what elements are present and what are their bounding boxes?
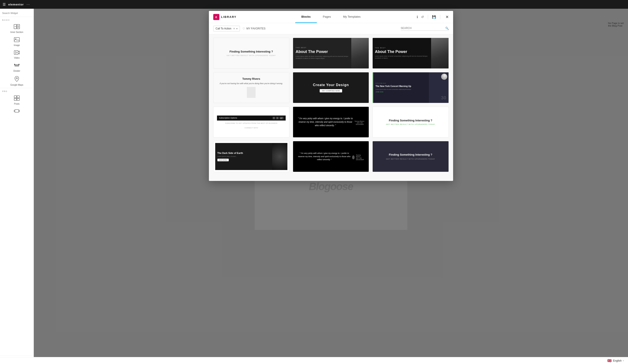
modal-logo: e LIBRARY (213, 14, 236, 20)
svg-rect-18 (14, 98, 16, 100)
connect-with: CONNECT WITH (217, 127, 286, 129)
category-clear-button[interactable]: ✕ (233, 27, 235, 30)
template-quote: " I'm very picky with whom i give my ene… (297, 117, 317, 127)
template-card[interactable]: Create Your Design GET STARTED NOW (293, 72, 317, 103)
template-text: Lorem ipsum dolor sit amet... (217, 155, 270, 158)
templates-grid: Finding Something Interesting ? GET BETT… (213, 38, 318, 172)
svg-rect-14 (18, 64, 19, 65)
template-image (247, 87, 256, 98)
template-card[interactable]: " I'm very picky with whom i give my ene… (293, 141, 317, 172)
template-preview: " I'm very picky with whom i give my ene… (293, 141, 317, 172)
editor-background: ☰ elementor ⋯ BASIC Inner Section Image … (0, 0, 317, 182)
posts-icon (14, 95, 20, 102)
sidebar-item-image[interactable]: Image (0, 35, 34, 48)
modal-overlay: e LIBRARY Blocks Pages My Templates ℹ ↺ … (34, 9, 317, 182)
template-left: THE BEST About The Power Lorem ipsum dol… (293, 38, 317, 69)
tab-pages[interactable]: Pages (317, 11, 317, 23)
template-card[interactable]: Finding Something Interesting ? GET BETT… (213, 38, 289, 69)
search-input[interactable] (2, 12, 31, 14)
template-name: Tommy Rivers (242, 77, 260, 80)
template-card[interactable]: " I'm very picky with whom i give my ene… (293, 107, 317, 138)
google-maps-icon (14, 76, 19, 83)
subscription-bar: Subscription Options f t g+ (217, 116, 286, 121)
template-preview: THE BEST About The Power Lorem ipsum dol… (293, 38, 317, 69)
template-preview: Subscription Options f t g+ SUBSCRIBE TO… (214, 107, 289, 137)
template-card[interactable]: The Dark Side of Earth Lorem ipsum dolor… (213, 141, 289, 172)
template-left: The Dark Side of Earth Lorem ipsum dolor… (215, 143, 272, 170)
template-preview: Finding Something Interesting ? GET BETT… (214, 38, 289, 69)
library-modal: e LIBRARY Blocks Pages My Templates ℹ ↺ … (209, 11, 318, 181)
svg-rect-13 (14, 64, 15, 65)
divider-icon (14, 63, 20, 69)
svg-rect-22 (19, 110, 20, 112)
sidebar: BASIC Inner Section Image Video Divider (0, 9, 34, 182)
sidebar-item-inner-section[interactable]: Inner Section (0, 22, 34, 35)
template-card[interactable]: THE BEST About The Power Lorem ipsum dol… (293, 38, 317, 69)
svg-rect-6 (14, 37, 19, 42)
video-icon (14, 50, 20, 56)
template-card[interactable]: Tommy Rivers If you're not having fun wi… (213, 72, 289, 103)
heart-icon: ♡ (242, 27, 245, 30)
widget-search-area[interactable] (0, 9, 34, 17)
template-card[interactable]: Subscription Options f t g+ SUBSCRIBE TO… (213, 107, 289, 138)
app-logo: elementor (8, 3, 24, 6)
modal-toolbar: Call To Action ✕ ▾ ♡ MY FAVORITES 🔍 (209, 23, 318, 34)
tab-blocks[interactable]: Blocks (295, 11, 317, 23)
sidebar-item-google-maps[interactable]: Google Maps (0, 74, 34, 88)
template-label: THE BEST (296, 47, 317, 48)
sidebar-item-video[interactable]: Video (0, 48, 34, 61)
modal-tabs: Blocks Pages My Templates (245, 11, 317, 23)
pro-section-label: PRO (0, 88, 34, 93)
svg-rect-8 (14, 51, 18, 55)
subscription-subtitle: SUBSCRIBE TO GET UPDATES FROM THE BEST O… (217, 122, 286, 124)
template-inner: The Dark Side of Earth Lorem ipsum dolor… (215, 143, 287, 170)
svg-point-15 (16, 77, 17, 79)
template-quote: " I'm very picky with whom i give my ene… (297, 152, 317, 161)
gp-icon: g+ (280, 117, 284, 119)
svg-rect-17 (17, 96, 19, 98)
social-buttons: f t g+ (273, 117, 284, 119)
template-title: The Dark Side of Earth (217, 152, 270, 154)
google-maps-label: Google Maps (10, 84, 23, 86)
svg-rect-16 (14, 96, 16, 98)
template-title: About The Power (296, 50, 317, 54)
elementor-logo-icon: e (213, 14, 219, 20)
template-preview: " I'm very picky with whom i give my ene… (293, 107, 317, 137)
category-dropdown[interactable]: Call To Action ✕ ▾ (213, 26, 240, 31)
sidebar-item-posts[interactable]: Posts (0, 93, 34, 107)
sidebar-item-divider[interactable]: Divider (0, 61, 34, 74)
favorites-button[interactable]: ♡ MY FAVORITES (242, 27, 266, 30)
template-text: Lorem ipsum dolor sit amet consectetur a… (296, 55, 317, 60)
modal-logo-text: LIBRARY (221, 15, 236, 18)
template-quote: If you're not having fun with what you'r… (220, 82, 283, 85)
sidebar-item-carousel[interactable] (0, 107, 34, 115)
template-preview: Create Your Design GET STARTED NOW (293, 72, 317, 103)
inner-section-label: Inner Section (10, 31, 23, 33)
basic-section-label: BASIC (0, 17, 34, 22)
template-title: Create Your Design (313, 83, 317, 87)
template-button: READ MORE (217, 159, 229, 161)
tw-icon: t (276, 117, 279, 119)
video-label: Video (14, 57, 19, 59)
image-icon (14, 37, 20, 43)
fb-icon: f (273, 117, 275, 119)
modal-content: Finding Something Interesting ? GET BETT… (209, 34, 318, 181)
modal-header: e LIBRARY Blocks Pages My Templates ℹ ↺ … (209, 11, 318, 23)
inner-section-icon (14, 24, 20, 30)
svg-rect-20 (15, 110, 19, 112)
posts-label: Posts (14, 103, 19, 105)
category-label: Call To Action (216, 27, 232, 30)
top-bar: ☰ elementor ⋯ (0, 0, 317, 9)
svg-rect-19 (17, 98, 19, 100)
grid-icon[interactable]: ⋯ (26, 2, 30, 6)
favorites-label: MY FAVORITES (246, 27, 266, 30)
image-label: Image (14, 44, 20, 46)
divider-label: Divider (13, 70, 20, 72)
dropdown-chevron-icon: ▾ (236, 27, 237, 30)
template-content: Subscription Options f t g+ SUBSCRIBE TO… (217, 116, 286, 129)
carousel-icon (14, 109, 20, 114)
template-right (272, 143, 287, 170)
svg-marker-9 (15, 51, 17, 54)
hamburger-icon[interactable]: ☰ (2, 2, 6, 6)
svg-rect-21 (14, 110, 15, 112)
